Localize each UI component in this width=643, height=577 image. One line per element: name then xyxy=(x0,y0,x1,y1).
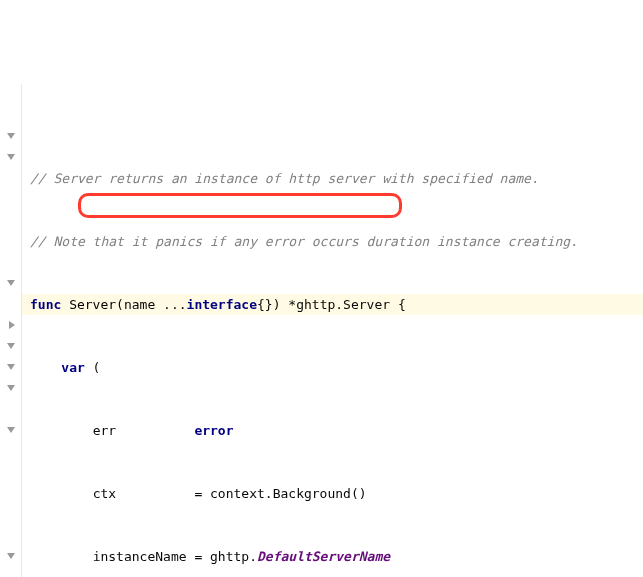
code-line[interactable]: // Note that it panics if any error occu… xyxy=(22,231,643,252)
keyword: func xyxy=(30,297,61,312)
comment: // Note that it panics if any error occu… xyxy=(30,234,578,249)
keyword: interface xyxy=(187,297,257,312)
code-text: {}) *ghttp.Server { xyxy=(257,297,406,312)
code-text: (name ... xyxy=(116,297,186,312)
var-name: ctx xyxy=(93,486,116,501)
fold-icon[interactable] xyxy=(6,341,16,351)
fold-icon[interactable] xyxy=(6,320,16,330)
comment: // Server returns an instance of http se… xyxy=(30,171,539,186)
code-line[interactable]: err error xyxy=(22,420,643,441)
code-line[interactable]: instanceName = ghttp.DefaultServerName xyxy=(22,546,643,567)
code-text: = ghttp. xyxy=(194,549,257,564)
keyword: var xyxy=(61,360,84,375)
fold-icon[interactable] xyxy=(6,152,16,162)
code-line[interactable]: // Server returns an instance of http se… xyxy=(22,168,643,189)
fold-icon[interactable] xyxy=(6,551,16,561)
code-text: ( xyxy=(85,360,101,375)
var-name: instanceName xyxy=(93,549,187,564)
constant: DefaultServerName xyxy=(257,549,390,564)
highlight-annotation xyxy=(78,193,402,218)
fold-icon[interactable] xyxy=(6,131,16,141)
fold-icon[interactable] xyxy=(6,362,16,372)
fold-icon[interactable] xyxy=(6,383,16,393)
code-line[interactable]: func Server(name ...interface{}) *ghttp.… xyxy=(22,294,643,315)
code-editor[interactable]: // Server returns an instance of http se… xyxy=(0,84,643,577)
gutter xyxy=(0,84,22,577)
fold-icon[interactable] xyxy=(6,278,16,288)
code-text: = context.Background() xyxy=(194,486,366,501)
type: error xyxy=(194,423,233,438)
var-name: err xyxy=(93,423,116,438)
func-name: Server xyxy=(69,297,116,312)
code-line[interactable]: var ( xyxy=(22,357,643,378)
code-line[interactable]: ctx = context.Background() xyxy=(22,483,643,504)
fold-icon[interactable] xyxy=(6,425,16,435)
